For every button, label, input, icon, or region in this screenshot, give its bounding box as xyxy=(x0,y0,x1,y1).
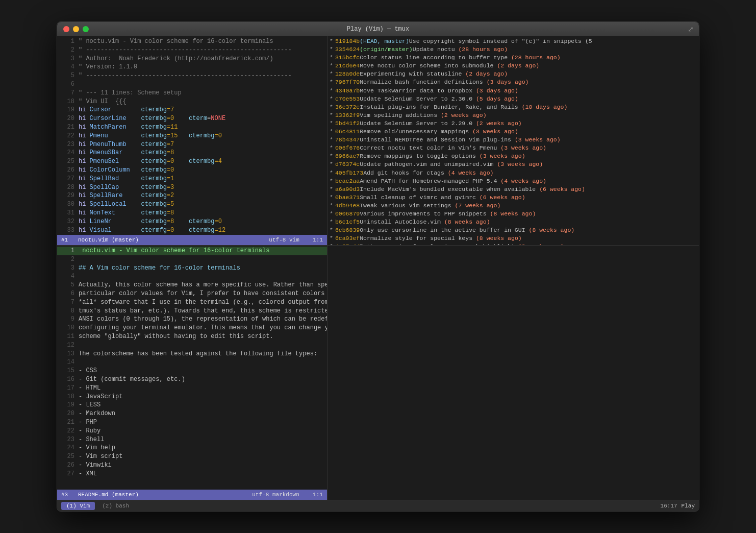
git-log-line: * c70e553 Update Selenium Server to 2.30… xyxy=(327,95,699,103)
code-line: 33 hi Visual ctermfg=0 ctermbg=12 xyxy=(57,226,327,235)
lower-right-pane[interactable] xyxy=(327,246,699,500)
readme-line: 18 - JavaScript xyxy=(57,393,327,401)
code-line: 19 hi Cursor ctermbg=7 xyxy=(57,106,327,114)
readme-line: 15 - CSS xyxy=(57,367,327,375)
git-log-line: * beac2aa Amend PATH for Homebrew-manage… xyxy=(327,177,699,185)
code-line: 23 hi PmenuThumb ctermbg=7 xyxy=(57,140,327,149)
readme-line: 13 The colorscheme has been tested again… xyxy=(57,350,327,358)
readme-line: 11 scheme "globally" without having to e… xyxy=(57,332,327,341)
git-log-line: * 3354624 (origin/master) Update noctu (… xyxy=(327,45,699,54)
close-button[interactable] xyxy=(63,26,69,32)
readme-line: 4 xyxy=(57,272,327,281)
readme-line: 17 - HTML xyxy=(57,384,327,393)
tmux-tab-bash[interactable]: (2) bash xyxy=(97,502,134,510)
code-line: 22 hi Pmenu ctermbg=15 ctermbg=0 xyxy=(57,132,327,140)
pane-number: #1 xyxy=(61,237,68,243)
readme-line: 26 - Vimwiki xyxy=(57,461,327,470)
git-log-line: * 006f676 Correct noctu text color in Vi… xyxy=(327,144,699,152)
readme-line: 23 - Shell xyxy=(57,435,327,444)
vim-status-bar-1: #1 noctu.vim (master) utf-8 vim 1:1 xyxy=(57,235,327,245)
git-log-line: * 0006879 Various improvements to PHP sn… xyxy=(327,210,699,218)
git-log-line: * 5bd41f2 Update Selenium Server to 2.29… xyxy=(327,119,699,128)
readme-line: 21 - PHP xyxy=(57,418,327,427)
git-log-line: * 6cb6839 Only use cursorline in the act… xyxy=(327,226,699,234)
readme-line: 22 - Ruby xyxy=(57,427,327,435)
code-line: 7 " --- 11 lines: Scheme setup xyxy=(57,89,327,98)
pane1-encoding: utf-8 vim xyxy=(269,237,299,243)
readme-line: 6 particular color values for Vim, I pre… xyxy=(57,289,327,298)
code-line: 2 " ------------------------------------… xyxy=(57,46,327,55)
git-log-line: * 4340a7b Move Taskwarrior data to Dropb… xyxy=(327,87,699,95)
window-title: Play (Vim) — tmux xyxy=(347,26,409,33)
git-log-line: * 315bcfc Color status line according to… xyxy=(327,54,699,62)
git-log-line: * 405fb173 Add git hooks for ctags (4 we… xyxy=(327,169,699,177)
git-log-line: * de67a4d Better mapping for clearing se… xyxy=(327,243,699,245)
readme-line: 3 ## A Vim color scheme for 16-color ter… xyxy=(57,264,327,273)
git-log-line: * a6a90d3 Include MacVim's bundled execu… xyxy=(327,185,699,193)
git-log-line: * 519184b (HEAD, master) Use copyright s… xyxy=(327,37,699,45)
git-log-line: * 0bae371 Small cleanup of vimrc and gvi… xyxy=(327,193,699,202)
git-log-line: * 7967f70 Normalize bash function defini… xyxy=(327,78,699,86)
code-line: 29 hi SpellRare ctermbg=2 xyxy=(57,191,327,200)
code-line: 28 hi SpellCap ctermbg=3 xyxy=(57,183,327,192)
readme-line: 8 tmux's status bar, etc.). Towards that… xyxy=(57,307,327,316)
maximize-icon[interactable]: ⤢ xyxy=(688,25,694,34)
readme-line: 16 - Git (commit messages, etc.) xyxy=(57,375,327,384)
git-log-line: * 06c4811 Remove old/unnecessary mapping… xyxy=(327,128,699,136)
readme-line: 25 - Vim script xyxy=(57,452,327,461)
code-line: 3 " Author: Noah Frederick (http://noahf… xyxy=(57,55,327,63)
zoom-button[interactable] xyxy=(83,26,89,32)
git-log-line: * b6c1cf5 Uninstall AutoClose.vim (8 wee… xyxy=(327,218,699,226)
readme-line: 27 - XML xyxy=(57,470,327,478)
pane1-position: 1:1 xyxy=(313,237,323,243)
git-log-line: * 13362f9 Vim spelling additions (2 week… xyxy=(327,111,699,119)
tmux-tab-vim[interactable]: (1) Vim xyxy=(61,502,95,510)
readme-line: 14 xyxy=(57,358,327,367)
code-line: 18 " Vim UI {{{ xyxy=(57,98,327,106)
pane2-encoding: utf-8 markdown xyxy=(252,492,299,498)
minimize-button[interactable] xyxy=(73,26,79,32)
readme-line: 19 - LESS xyxy=(57,401,327,409)
readme-line: 24 - Vim help xyxy=(57,444,327,452)
readme-line: 7 *all* software that I use in the termi… xyxy=(57,298,327,307)
git-log-line: * 128a0de Experimenting with statusline … xyxy=(327,70,699,78)
pane2-position: 1:1 xyxy=(313,492,323,498)
git-log-line: * 4db94e8 Tweak various Vim settings (7 … xyxy=(327,202,699,210)
code-line: 21 hi MatchParen ctermbg=11 xyxy=(57,123,327,132)
pane1-filename: noctu.vim (master) xyxy=(78,237,139,243)
git-log-line: * 36c372c Install plug-ins for Bundler, … xyxy=(327,103,699,111)
code-line: 5 " ------------------------------------… xyxy=(57,71,327,80)
tmux-time: 16:17 xyxy=(661,503,677,509)
code-line: 1 " noctu.vim - Vim color scheme for 16-… xyxy=(57,37,327,46)
git-log-line: * 21cd6e4 Move noctu color scheme into s… xyxy=(327,62,699,70)
code-line: 6 xyxy=(57,80,327,89)
readme-line: 5 Actually, this color scheme has a more… xyxy=(57,281,327,289)
code-line: 30 hi SpellLocal ctermbg=5 xyxy=(57,200,327,209)
readme-line: 9 ANSI colors (0 through 15), the repres… xyxy=(57,315,327,324)
code-line: 4 " Version: 1.1.0 xyxy=(57,63,327,71)
code-line: 32 hi LineNr ctermbg=8 ctermbg=0 xyxy=(57,217,327,226)
readme-line: 1 noctu.vim - Vim color scheme for 16-co… xyxy=(57,247,327,255)
readme-line: 20 - Markdown xyxy=(57,409,327,418)
git-log-line: * 78b4347 Uninstall NERDTree and Session… xyxy=(327,136,699,144)
traffic-lights xyxy=(63,26,89,32)
git-log-line: * d76374c Update pathogen.vim and unimpa… xyxy=(327,160,699,168)
code-line: 25 hi PmenuSel ctermbg=0 ctermbg=4 xyxy=(57,157,327,166)
vim-code-pane[interactable]: 1 " noctu.vim - Vim color scheme for 16-… xyxy=(57,36,327,235)
pane2-filename: README.md (master) xyxy=(78,492,139,498)
readme-line: 12 xyxy=(57,341,327,350)
pane2-number: #3 xyxy=(61,492,68,498)
terminal-window: Play (Vim) — tmux ⤢ 1 " noctu.vim - Vim … xyxy=(57,21,699,512)
readme-line: 10 configuring your terminal emulator. T… xyxy=(57,324,327,332)
readme-pane[interactable]: 1 noctu.vim - Vim color scheme for 16-co… xyxy=(57,246,327,490)
tmux-bar: (1) Vim (2) bash 16:17 Play xyxy=(57,500,699,511)
git-log-pane[interactable]: * 519184b (HEAD, master) Use copyright s… xyxy=(327,36,699,245)
git-log-line: * 6966ae7 Remove mappings to toggle opti… xyxy=(327,152,699,160)
code-line: 20 hi CursorLine ctermbg=0 cterm=NONE xyxy=(57,114,327,123)
vim-status-bar-2: #3 README.md (master) utf-8 markdown 1:1 xyxy=(57,490,327,500)
code-line: 24 hi PmenuSBar ctermbg=8 xyxy=(57,149,327,157)
code-line: 27 hi SpellBad ctermbg=1 xyxy=(57,175,327,183)
readme-line: 2 xyxy=(57,255,327,264)
git-log-line: * 6ca03ef Normalize style for special ke… xyxy=(327,234,699,243)
code-line: 31 hi NonText ctermbg=8 xyxy=(57,209,327,217)
